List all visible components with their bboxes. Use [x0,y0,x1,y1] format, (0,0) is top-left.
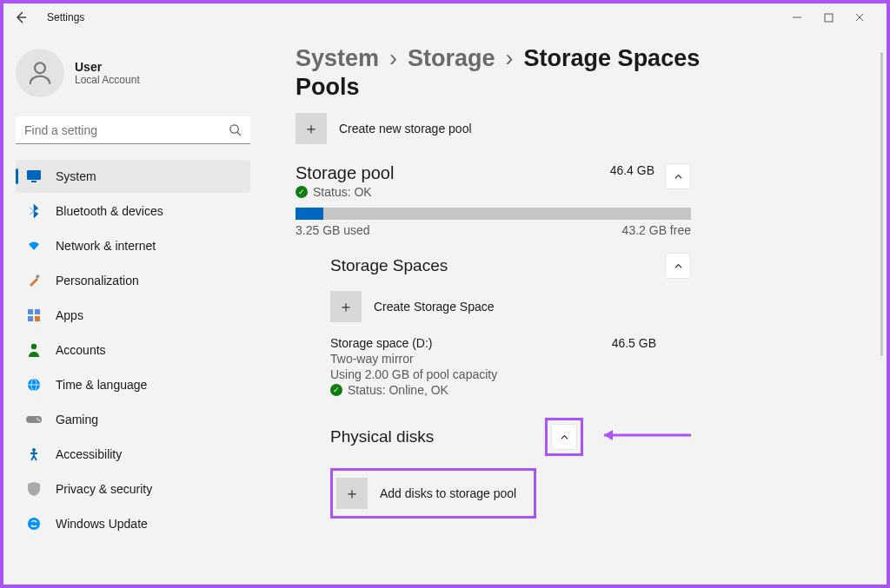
avatar [16,49,64,97]
bluetooth-icon [26,203,42,219]
app-title: Settings [47,11,84,23]
plus-icon: ＋ [330,291,362,322]
arrow-left-icon [14,10,28,24]
add-disks-action[interactable]: ＋ Add disks to storage pool [336,474,530,512]
create-space-action[interactable]: ＋ Create Storage Space [330,291,864,322]
monitor-icon [26,168,42,184]
status-ok-icon: ✓ [296,186,308,198]
annotation-arrow [595,428,691,446]
sidebar-item-time[interactable]: Time & language [16,368,250,401]
pool-collapse-button[interactable] [665,163,691,189]
sidebar-item-update[interactable]: Windows Update [16,507,250,540]
storage-space-item[interactable]: Storage space (D:) 46.5 GB Two-way mirro… [330,336,691,397]
chevron-up-icon [560,433,569,442]
person-icon [25,58,55,88]
page-title: Pools [296,74,864,101]
sidebar-item-label: Accessibility [56,447,122,461]
space-capacity: Using 2.00 GB of pool capacity [330,367,691,381]
storage-spaces-section: Storage Spaces ＋ Create Storage Space St… [330,253,864,397]
sidebar-item-accounts[interactable]: Accounts [16,334,250,367]
pool-header: Storage pool ✓ Status: OK 46.4 GB [296,163,691,199]
person-icon [26,342,42,358]
svg-rect-11 [35,316,40,321]
svg-rect-5 [27,170,41,180]
svg-line-4 [237,132,241,135]
sidebar-item-label: Gaming [56,413,98,426]
titlebar: Settings [0,0,890,35]
add-disks-label: Add disks to storage pool [380,486,516,500]
sidebar-item-label: Time & language [56,378,147,392]
svg-point-18 [38,420,40,421]
breadcrumb: System › Storage › Storage Spaces [296,45,864,72]
space-size: 46.5 GB [612,336,656,350]
nav-list: SystemBluetooth & devicesNetwork & inter… [16,160,250,540]
brush-icon [26,273,42,288]
status-ok-icon: ✓ [330,384,342,396]
pool-name: Storage pool [296,163,610,183]
globe-icon [26,377,42,393]
disks-collapse-button[interactable] [551,424,577,450]
sync-icon [26,516,42,532]
space-mirror: Two-way mirror [330,352,691,366]
breadcrumb-storage[interactable]: Storage [408,45,495,72]
svg-rect-10 [28,316,33,321]
sidebar-item-accessibility[interactable]: Accessibility [16,438,250,471]
gamepad-icon [26,412,42,427]
pool-size: 46.4 GB [610,163,654,177]
sidebar-item-label: Privacy & security [56,482,152,496]
sidebar-item-label: Network & internet [56,239,156,253]
minimize-button[interactable] [791,11,803,23]
pool-usage-bar [296,208,691,220]
pool-used-label: 3.25 GB used [296,223,370,237]
svg-rect-9 [35,309,40,314]
svg-point-19 [32,448,36,452]
space-name: Storage space (D:) [330,336,612,350]
pool-usage-fill [296,208,323,220]
svg-point-17 [37,418,38,420]
sidebar: User Local Account SystemBluetooth & dev… [0,35,261,588]
sidebar-item-apps[interactable]: Apps [16,299,250,332]
sidebar-item-personalization[interactable]: Personalization [16,264,250,297]
sidebar-item-system[interactable]: System [16,160,250,193]
storage-spaces-title: Storage Spaces [330,256,665,275]
search-input[interactable] [16,116,250,144]
back-button[interactable] [7,3,35,31]
spaces-collapse-button[interactable] [665,253,691,279]
create-pool-action[interactable]: ＋ Create new storage pool [296,113,864,144]
physical-disks-title: Physical disks [330,427,545,446]
chevron-right-icon: › [389,45,397,72]
access-icon [26,446,42,462]
svg-point-12 [31,344,37,349]
sidebar-item-label: Accounts [56,343,106,357]
maximize-button[interactable] [822,11,834,23]
svg-rect-7 [36,274,40,279]
create-pool-label: Create new storage pool [339,122,472,135]
chevron-up-icon [674,172,683,182]
svg-rect-8 [28,309,33,314]
close-button[interactable] [853,11,866,23]
sidebar-item-network[interactable]: Network & internet [16,229,250,262]
window-controls [791,11,883,23]
plus-icon: ＋ [296,113,327,144]
sidebar-item-gaming[interactable]: Gaming [16,403,250,436]
scrollbar[interactable] [880,52,883,356]
sidebar-item-label: Windows Update [56,517,148,531]
arrow-left-icon [595,428,691,442]
space-status: Status: Online, OK [348,383,448,397]
sidebar-item-privacy[interactable]: Privacy & security [16,472,250,505]
svg-point-3 [230,125,238,133]
sidebar-item-bluetooth[interactable]: Bluetooth & devices [16,195,250,228]
wifi-icon [26,238,42,254]
annotation-highlight: ＋ Add disks to storage pool [330,468,536,519]
chevron-right-icon: › [506,45,514,72]
search-icon [229,123,242,140]
breadcrumb-system[interactable]: System [296,45,379,72]
user-block[interactable]: User Local Account [16,42,250,109]
create-space-label: Create Storage Space [374,300,495,314]
sidebar-item-label: System [56,169,96,183]
user-name: User [75,60,140,74]
svg-point-2 [35,63,45,73]
search-box[interactable] [16,116,250,144]
svg-point-20 [28,518,40,530]
svg-rect-6 [31,181,37,182]
